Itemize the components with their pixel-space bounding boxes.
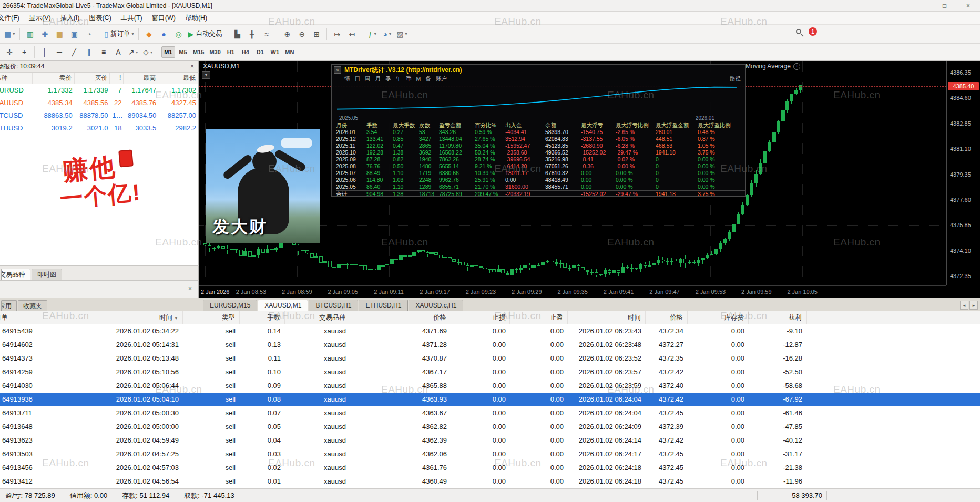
tile-windows-button[interactable]: ⊞ (310, 27, 323, 41)
one-click-trading-toggle[interactable]: ▾ (202, 71, 210, 79)
crosshair-tool[interactable]: + (17, 45, 31, 59)
data-window-button[interactable]: ✚ (38, 27, 52, 41)
trendline-tool[interactable]: ╱ (67, 45, 81, 59)
order-row[interactable]: 649136232026.01.02 04:59:49sell0.04xauus… (0, 434, 980, 447)
bar-chart-button[interactable]: ▙ (230, 27, 244, 41)
zoom-out-button[interactable]: ⊖ (295, 27, 309, 41)
orders-column-header[interactable]: 订单 (0, 311, 63, 324)
order-row[interactable]: 649143732026.01.02 05:13:48sell0.11xauus… (0, 352, 980, 365)
menu-item[interactable]: 帮助(H) (180, 12, 212, 24)
chart-tab[interactable]: EURUSD,M15 (203, 300, 257, 311)
order-row[interactable]: 649139362026.01.02 05:04:10sell0.08xauus… (0, 393, 980, 406)
shapes-tool[interactable]: ◇▾ (141, 45, 155, 59)
indicators-button[interactable]: ƒ▾ (365, 27, 379, 41)
mw-column-header[interactable]: 品种 (0, 73, 33, 84)
left-panel-tab[interactable]: 收藏夹 (18, 300, 47, 311)
menu-item[interactable]: 文件(F) (0, 12, 24, 24)
timeframe-m5[interactable]: M5 (176, 46, 190, 58)
stats-tab[interactable]: 周 (365, 75, 371, 83)
scroll-left-icon[interactable]: ◂ (960, 301, 968, 310)
orders-column-header[interactable]: 类型 (183, 311, 240, 324)
period-button[interactable]: ◕▾ (380, 27, 394, 41)
horizontal-line-tool[interactable]: ─ (53, 45, 66, 59)
orders-column-header[interactable]: 价格 (646, 311, 688, 324)
mw-column-header[interactable]: 最低 (158, 73, 198, 84)
chart-shift-button[interactable]: ↤ (345, 27, 359, 41)
chart-tab[interactable]: ETHUSD,H1 (359, 300, 408, 311)
search-icon[interactable] (796, 29, 801, 34)
orders-column-header[interactable]: 获利 (749, 311, 807, 324)
toolbox-button[interactable]: ▣ (67, 27, 81, 41)
menu-item[interactable]: 窗口(W) (147, 12, 180, 24)
mw-column-header[interactable]: 最高 (124, 73, 158, 84)
orders-column-header[interactable]: 止损 (451, 311, 510, 324)
stats-tab[interactable]: 综 (344, 75, 350, 83)
order-row[interactable]: 649154392026.01.02 05:34:22sell0.14xauus… (0, 324, 980, 338)
order-row[interactable]: 649136482026.01.02 05:00:00sell0.05xauus… (0, 420, 980, 434)
order-row[interactable]: 649135032026.01.02 04:57:25sell0.03xauus… (0, 447, 980, 461)
market-watch-row[interactable]: XAUUSD4385.344385.56224385.764327.45 (0, 97, 198, 109)
maximize-button[interactable]: □ (933, 0, 956, 11)
order-row[interactable]: 649134562026.01.02 04:57:03sell0.02xauus… (0, 461, 980, 475)
orders-column-header[interactable]: 库存费 (688, 311, 749, 324)
orders-column-header[interactable]: 交易品种 (285, 311, 350, 324)
orders-column-header[interactable]: 手数 (240, 311, 285, 324)
orders-column-header[interactable]: 止盈 (510, 311, 568, 324)
add-indicator-icon[interactable]: + (793, 63, 800, 70)
vertical-line-tool[interactable]: │ (38, 45, 52, 59)
collapse-panel-icon[interactable]: « (334, 66, 341, 74)
orders-column-header[interactable]: 价格 (350, 311, 451, 324)
chart-tab[interactable]: XAUUSD.c,H1 (409, 300, 463, 311)
order-row[interactable]: 649142592026.01.02 05:10:56sell0.10xauus… (0, 365, 980, 379)
mw-column-header[interactable]: 卖价 (33, 73, 75, 84)
timeframe-h4[interactable]: H4 (239, 46, 252, 58)
stats-tab[interactable]: M (416, 76, 421, 82)
orders-column-header[interactable]: 时间▼ (63, 311, 183, 324)
timeframe-h1[interactable]: H1 (224, 46, 238, 58)
cursor-tool[interactable]: ✛ (3, 45, 16, 59)
order-row[interactable]: 649137112026.01.02 05:00:30sell0.07xauus… (0, 406, 980, 420)
close-icon[interactable]: × (188, 285, 192, 292)
new-order-button[interactable]: ▯新订单▾ (103, 27, 135, 41)
market-watch-row[interactable]: ETHUSD3019.23021.0183033.52982.2 (0, 122, 198, 135)
auto-scroll-button[interactable]: ↦ (330, 27, 344, 41)
close-button[interactable]: × (956, 0, 980, 11)
market-watch-button[interactable]: ▥ (23, 27, 37, 41)
arrows-tool[interactable]: ↗▾ (126, 45, 140, 59)
price-scale[interactable]: 4386.354384.604382.854381.104379.354377.… (946, 61, 980, 285)
market-watch-row[interactable]: BTCUSD88863.5088878.501…89034.5088257.00 (0, 109, 198, 122)
left-panel-tab[interactable]: 常用 (1, 300, 17, 311)
stats-tab[interactable]: 日 (355, 75, 361, 83)
stats-tab[interactable]: 年 (396, 75, 402, 83)
expert-advisors-button[interactable]: ◆ (142, 27, 156, 41)
close-icon[interactable]: × (190, 61, 194, 72)
market-watch-row[interactable]: EURUSD1.173321.1733971.176471.17302 (0, 84, 198, 97)
minimize-button[interactable]: — (909, 0, 933, 11)
custom-indicator-button[interactable]: ● (157, 27, 170, 41)
stats-path-button[interactable]: 路径 (730, 75, 741, 83)
templates-button[interactable]: ▨▾ (395, 27, 409, 41)
text-tool[interactable]: A (111, 45, 125, 59)
market-watch-tab[interactable]: 即时图 (32, 269, 62, 280)
strategy-tester-button[interactable]: ◔ (82, 27, 96, 41)
zoom-in-button[interactable]: ⊕ (280, 27, 294, 41)
channel-tool[interactable]: ∥ (82, 45, 96, 59)
order-row[interactable]: 649146022026.01.02 05:14:31sell0.13xauus… (0, 338, 980, 352)
menu-item[interactable]: 显示(V) (24, 12, 56, 24)
new-chart-button[interactable]: ▦▾ (3, 27, 16, 41)
timeframe-w1[interactable]: W1 (268, 46, 282, 58)
candlestick-chart-button[interactable]: ╂ (245, 27, 259, 41)
scripts-button[interactable]: ◎ (171, 27, 185, 41)
timeframe-d1[interactable]: D1 (253, 46, 267, 58)
time-axis[interactable]: 2 Jan 20262 Jan 08:532 Jan 08:592 Jan 09… (199, 285, 946, 298)
menu-item[interactable]: 工具(T) (116, 12, 147, 24)
chart-tab[interactable]: BTCUSD,H1 (309, 300, 358, 311)
timeframe-m30[interactable]: M30 (207, 46, 222, 58)
menu-item[interactable]: 图表(C) (84, 12, 116, 24)
timeframe-mn[interactable]: MN (283, 46, 297, 58)
mw-column-header[interactable]: ! (110, 73, 124, 84)
timeframe-m15[interactable]: M15 (191, 46, 206, 58)
stats-tab[interactable]: 备 (425, 75, 431, 83)
timeframe-m1[interactable]: M1 (161, 46, 175, 58)
market-watch-tab[interactable]: 交易品种 (1, 269, 30, 280)
